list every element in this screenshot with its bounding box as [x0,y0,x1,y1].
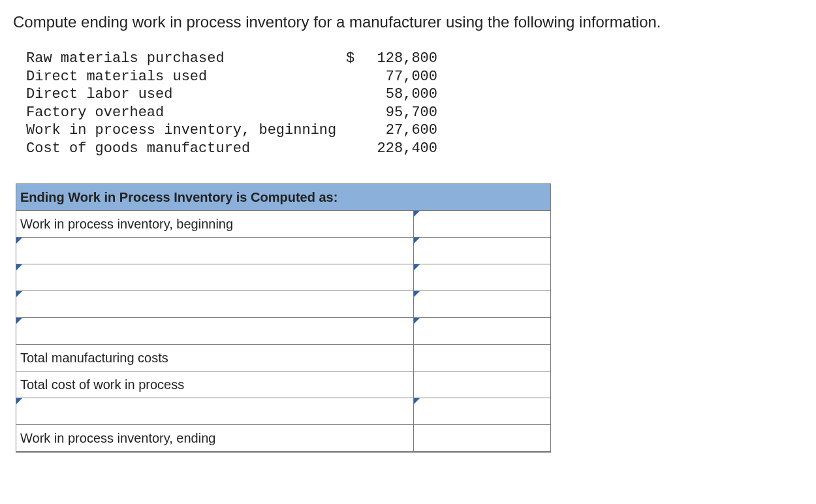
table-row [16,398,551,425]
currency-symbol: $ [346,50,366,68]
given-label: Direct labor used [26,86,346,104]
value-input[interactable] [413,291,550,318]
row-label-static: Work in process inventory, beginning [16,211,414,238]
table-row: Total cost of work in process [16,371,551,398]
table-row [16,238,551,264]
row-label-static: Total manufacturing costs [16,345,414,371]
row-label-static: Total cost of work in process [16,371,414,398]
given-value: 77,000 [366,68,437,86]
dropdown-icon [414,238,420,244]
dropdown-icon [16,318,22,324]
label-dropdown[interactable] [16,238,414,264]
answer-table-header: Ending Work in Process Inventory is Comp… [16,184,551,211]
answer-table: Ending Work in Process Inventory is Comp… [16,183,551,453]
dropdown-icon [414,318,420,324]
given-row: Direct materials used 77,000 [26,68,803,86]
currency-symbol [346,68,366,86]
value-input[interactable] [413,318,550,345]
given-label: Cost of goods manufactured [26,140,346,158]
dropdown-icon [16,398,22,404]
currency-symbol [346,140,366,158]
given-label: Work in process inventory, beginning [26,121,346,140]
table-row: Total manufacturing costs [16,345,551,371]
given-row: Work in process inventory, beginning 27,… [26,121,803,140]
given-value: 228,400 [366,140,437,158]
table-row: Work in process inventory, ending [16,425,551,452]
value-input[interactable] [413,398,550,425]
dropdown-icon [414,291,420,297]
given-value: 58,000 [366,86,437,104]
label-dropdown[interactable] [16,264,414,291]
table-row [16,318,551,345]
given-row: Cost of goods manufactured 228,400 [26,140,803,158]
given-value: 128,800 [366,50,437,68]
dropdown-icon [16,238,22,244]
given-value: 27,600 [366,121,437,140]
currency-symbol [346,104,366,122]
table-row: Work in process inventory, beginning [16,211,551,238]
currency-symbol [346,121,366,140]
table-row [16,291,551,318]
given-label: Direct materials used [26,68,346,86]
value-static [413,345,550,371]
value-static [413,425,550,452]
dropdown-icon [414,264,420,270]
dropdown-icon [16,291,22,297]
given-row: Direct labor used 58,000 [26,86,803,104]
given-value: 95,700 [366,104,437,122]
value-static [413,371,550,398]
given-label: Raw materials purchased [26,50,346,68]
value-input[interactable] [413,211,550,238]
dropdown-icon [414,398,420,404]
dropdown-icon [16,264,22,270]
label-dropdown[interactable] [16,398,414,425]
given-row: Factory overhead 95,700 [26,104,803,122]
currency-symbol [346,86,366,104]
row-label-static: Work in process inventory, ending [16,425,414,452]
label-dropdown[interactable] [16,291,414,318]
problem-instruction: Compute ending work in process inventory… [13,13,803,31]
given-data-block: Raw materials purchased $ 128,800 Direct… [26,50,803,157]
value-input[interactable] [413,264,550,291]
given-row: Raw materials purchased $ 128,800 [26,50,803,68]
dropdown-icon [414,211,420,217]
table-row [16,264,551,291]
value-input[interactable] [413,238,550,264]
given-label: Factory overhead [26,104,346,122]
label-dropdown[interactable] [16,318,414,345]
